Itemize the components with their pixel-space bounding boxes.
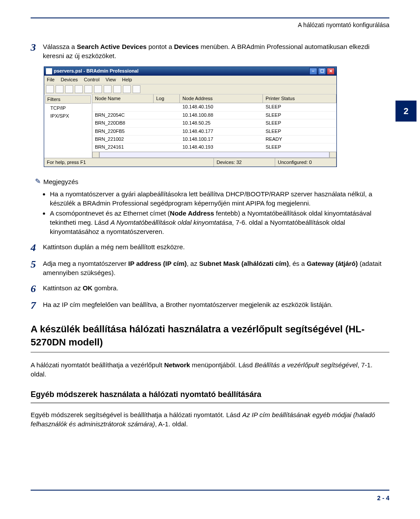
cell-log [154, 136, 180, 143]
step-number: 5 [31, 259, 43, 269]
cell-node-address: 10.148.40.177 [180, 128, 263, 135]
column-header[interactable]: Printer Status [263, 94, 336, 103]
toolbar [44, 84, 336, 94]
table-row[interactable]: 10.148.40.150SLEEP [92, 103, 336, 111]
window-title: pservers.psl - BRAdmin Professional [54, 68, 139, 74]
chapter-tab: 2 [396, 101, 416, 122]
top-rule [31, 17, 389, 18]
scroll-left-icon[interactable] [92, 152, 99, 158]
page-footer: 2 - 4 [31, 490, 389, 503]
cell-node-address: 10.148.100.88 [180, 111, 263, 119]
menu-item[interactable]: File [47, 77, 55, 83]
column-header[interactable]: Log [154, 94, 180, 103]
step-3: 3 Válassza a Search Active Devices ponto… [31, 42, 389, 60]
column-header[interactable]: Node Name [92, 94, 154, 103]
menu-item[interactable]: Help [122, 77, 132, 83]
menu-bar: File Devices Control View Help [44, 76, 336, 84]
toolbar-icon[interactable] [133, 85, 140, 93]
note-item: Ha a nyomtatószerver a gyári alapbeállít… [50, 189, 389, 208]
table-row[interactable]: BRN_220DB810.148.50.25SLEEP [92, 119, 336, 127]
note-title: Megjegyzés [43, 177, 78, 186]
status-unconfigured: Unconfigured: 0 [275, 158, 336, 167]
step-6: 6 Kattintson az OK gombra. [31, 283, 389, 294]
menu-item[interactable]: Control [84, 77, 99, 83]
device-grid: Node Name Log Node Address Printer Statu… [92, 94, 336, 158]
step-5: 5 Adja meg a nyomtatószerver IP address … [31, 259, 389, 277]
cell-node-name: BRN_220DB8 [92, 119, 154, 127]
note-block: ✎ Megjegyzés Ha a nyomtatószerver a gyár… [35, 177, 389, 236]
page-number: 2 - 4 [377, 495, 389, 502]
toolbar-icon[interactable] [123, 85, 131, 93]
step-text: Kattintson duplán a még nem beállított e… [43, 242, 389, 251]
menu-item[interactable]: Devices [61, 77, 78, 83]
step-text: Ha az IP cím megfelelően van beállítva, … [43, 300, 389, 309]
cell-printer-status: SLEEP [263, 103, 336, 111]
close-button[interactable]: ✕ [327, 68, 335, 75]
cell-node-name: BRN_220FB5 [92, 128, 154, 135]
cell-node-name: BRN_221002 [92, 136, 154, 143]
column-header[interactable]: Node Address [180, 94, 263, 103]
step-4: 4 Kattintson duplán a még nem beállított… [31, 242, 389, 253]
window-titlebar: pservers.psl - BRAdmin Professional − ☐ … [44, 67, 336, 76]
paragraph: Egyéb módszerek segítségével is beállíth… [31, 410, 389, 428]
header-title: A hálózati nyomtató konfigurálása [31, 21, 389, 30]
step-number: 4 [31, 242, 43, 253]
status-devices: Devices: 32 [214, 158, 275, 167]
toolbar-icon[interactable] [113, 85, 121, 93]
cell-printer-status: SLEEP [263, 143, 336, 151]
toolbar-icon[interactable] [56, 85, 63, 93]
app-icon [46, 68, 52, 74]
note-item: A csomópontnevet és az Ethernet címet (N… [50, 209, 389, 236]
filter-item[interactable]: IPX/SPX [45, 112, 91, 120]
cell-node-address: 10.148.40.150 [180, 103, 263, 111]
toolbar-icon[interactable] [75, 85, 83, 93]
step-number: 3 [31, 42, 43, 52]
table-row[interactable]: BRN_22054C10.148.100.88SLEEP [92, 111, 336, 119]
cell-node-address: 10.148.50.25 [180, 119, 263, 127]
cell-node-address: 10.148.40.193 [180, 143, 263, 151]
heading-rule [31, 352, 389, 352]
toolbar-icon[interactable] [104, 85, 112, 93]
table-row[interactable]: BRN_22100210.148.100.17READY [92, 136, 336, 143]
status-bar: For help, press F1 Devices: 32 Unconfigu… [44, 158, 336, 167]
table-row[interactable]: BRN_220FB510.148.40.177SLEEP [92, 128, 336, 136]
scroll-right-icon[interactable] [329, 152, 336, 158]
heading-rule [31, 403, 389, 403]
cell-log [154, 143, 180, 151]
cell-log [154, 103, 180, 111]
cell-printer-status: SLEEP [263, 128, 336, 135]
filter-item[interactable]: TCP/IP [45, 104, 91, 112]
toolbar-icon[interactable] [94, 85, 102, 93]
cell-log [154, 111, 180, 119]
step-text: Adja meg a nyomtatószerver IP address (I… [43, 259, 389, 277]
cell-log [154, 119, 180, 127]
step-7: 7 Ha az IP cím megfelelően van beállítva… [31, 300, 389, 310]
minimize-button[interactable]: − [309, 68, 317, 75]
maximize-button[interactable]: ☐ [318, 68, 326, 75]
table-row[interactable]: BRN_22416110.148.40.193SLEEP [92, 143, 336, 151]
section-heading: A készülék beállítása hálózati használat… [31, 323, 389, 350]
cell-printer-status: SLEEP [263, 111, 336, 119]
menu-item[interactable]: View [105, 77, 116, 83]
grid-header-row: Node Name Log Node Address Printer Statu… [92, 94, 336, 103]
pencil-icon: ✎ [35, 177, 41, 186]
step-text: Válassza a Search Active Devices pontot … [43, 42, 389, 60]
cell-node-address: 10.148.100.17 [180, 136, 263, 143]
step-text: Kattintson az OK gombra. [43, 283, 389, 293]
filters-tree: Filters TCP/IP IPX/SPX [44, 94, 92, 158]
cell-printer-status: READY [263, 136, 336, 143]
cell-printer-status: SLEEP [263, 119, 336, 127]
toolbar-icon[interactable] [65, 85, 73, 93]
filters-header: Filters [45, 95, 91, 104]
cell-node-name: BRN_22054C [92, 111, 154, 119]
step-number: 7 [31, 300, 43, 310]
step-number: 6 [31, 283, 43, 294]
cell-log [154, 128, 180, 135]
scroll-track[interactable] [99, 152, 329, 158]
horizontal-scrollbar[interactable] [92, 152, 336, 158]
status-help: For help, press F1 [44, 158, 214, 167]
bradmin-screenshot: pservers.psl - BRAdmin Professional − ☐ … [44, 66, 389, 167]
toolbar-icon[interactable] [84, 85, 92, 93]
toolbar-icon[interactable] [46, 85, 54, 93]
paragraph: A hálózati nyomtatót beállíthatja a vezé… [31, 360, 389, 379]
